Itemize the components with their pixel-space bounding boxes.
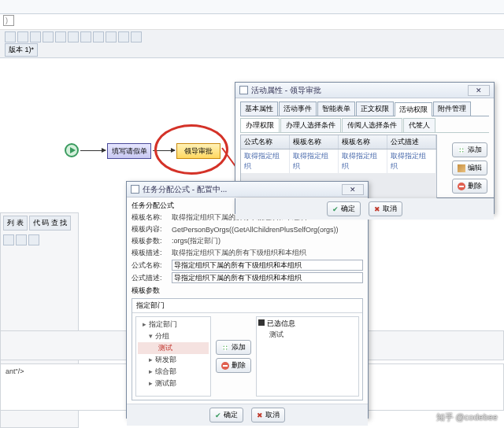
param-tabbox: 指定部门 ▸指定部门 ▾分组 测试 ▸研发部 ▸综合部 ▸测试部 添加 删除 已… bbox=[132, 298, 363, 400]
formula-name-input[interactable] bbox=[172, 260, 363, 271]
table-row[interactable]: 取得指定组织 取得指定组织 取得指定组织 取得指定组织 bbox=[241, 149, 436, 173]
tool-button[interactable] bbox=[30, 31, 41, 42]
org-tree[interactable]: ▸指定部门 ▾分组 测试 ▸研发部 ▸综合部 ▸测试部 bbox=[135, 316, 211, 397]
formula-desc-input[interactable] bbox=[172, 272, 363, 283]
flow-node-form[interactable]: 填写请假单 bbox=[107, 143, 151, 159]
close-icon[interactable]: ✕ bbox=[342, 184, 364, 195]
dialog-icon bbox=[131, 185, 139, 194]
square-icon bbox=[258, 319, 265, 326]
selected-list[interactable]: 已选信息 测试 bbox=[256, 316, 359, 397]
search-area bbox=[0, 14, 504, 30]
dialog1-footer-fragment: ✔确定 ✖取消 bbox=[235, 198, 495, 214]
subtab-handle-perm[interactable]: 办理权限 bbox=[240, 118, 280, 132]
tool-button[interactable] bbox=[80, 31, 91, 42]
label-formula-name: 公式名称: bbox=[132, 260, 169, 271]
tree-item[interactable]: ▸指定部门 bbox=[138, 319, 209, 330]
pencil-icon bbox=[458, 164, 465, 172]
check-icon: ✔ bbox=[332, 205, 339, 213]
tool-button[interactable] bbox=[131, 31, 142, 42]
tree-item[interactable]: ▾分组 bbox=[138, 330, 209, 342]
cross-icon: ✖ bbox=[257, 411, 263, 419]
subtab-signer[interactable]: 代签人 bbox=[403, 118, 435, 132]
cell: 取得指定组织 bbox=[241, 149, 290, 173]
cancel-button[interactable]: ✖取消 bbox=[251, 408, 285, 422]
tab-basic[interactable]: 基本属性 bbox=[240, 101, 278, 116]
tool-button[interactable] bbox=[17, 31, 28, 42]
tool-button[interactable] bbox=[68, 31, 79, 42]
flow-start-node[interactable] bbox=[65, 143, 79, 157]
watermark: 知乎 @codebee bbox=[436, 411, 498, 423]
selected-item[interactable]: 测试 bbox=[258, 329, 357, 341]
cell: 取得指定组织 bbox=[387, 149, 436, 173]
selected-heading: 已选信息 bbox=[258, 319, 357, 329]
label-template-name: 模板名称: bbox=[132, 212, 169, 223]
flow-edge bbox=[80, 150, 106, 151]
side-tool[interactable] bbox=[16, 234, 27, 245]
label-formula-desc: 公式描述: bbox=[132, 273, 169, 283]
cell: 取得指定组织 bbox=[339, 149, 387, 173]
tree-add-button[interactable]: 添加 bbox=[216, 340, 251, 355]
side-tab-code[interactable]: 代 码 查 找 bbox=[29, 216, 72, 231]
value-template-content: GetPersonByOrgs((GetAllChildrenPlusSelfO… bbox=[172, 226, 363, 234]
tree-item[interactable]: ▸研发部 bbox=[138, 354, 209, 366]
subtab-cc-cond[interactable]: 传阅人选择条件 bbox=[342, 118, 402, 132]
plus-icon bbox=[221, 344, 229, 352]
tree-item[interactable]: ▸综合部 bbox=[138, 366, 209, 378]
tree-delete-button[interactable]: 删除 bbox=[216, 358, 251, 373]
dialog-title: 任务分配公式 - 配置中... bbox=[143, 184, 227, 195]
dialog-title: 活动属性 - 领导审批 bbox=[251, 85, 321, 96]
tool-button[interactable] bbox=[106, 31, 117, 42]
tab-textperm[interactable]: 正文权限 bbox=[356, 101, 394, 116]
label-template-content: 模板内容: bbox=[132, 224, 169, 234]
delete-button[interactable]: 删除 bbox=[452, 179, 487, 194]
cancel-button[interactable]: ✖取消 bbox=[369, 201, 402, 216]
edit-button[interactable]: 编辑 bbox=[452, 160, 487, 175]
minus-icon bbox=[458, 183, 465, 190]
col-template-name2: 模板名称 bbox=[339, 135, 387, 149]
tool-button[interactable] bbox=[93, 31, 104, 42]
col-formula-name: 公式名称 bbox=[241, 135, 290, 149]
param-tab[interactable]: 指定部门 bbox=[132, 299, 362, 313]
cell: 取得指定组织 bbox=[290, 149, 339, 173]
tool-button[interactable] bbox=[43, 31, 54, 42]
tab-form[interactable]: 智能表单 bbox=[317, 101, 355, 116]
dialog-icon bbox=[239, 86, 248, 94]
label-template-param: 模板参数: bbox=[132, 236, 169, 246]
minus-icon bbox=[221, 362, 229, 370]
property-tabs: 基本属性 活动事件 智能表单 正文权限 活动权限 附件管理 bbox=[240, 101, 489, 116]
col-formula-desc: 公式描述 bbox=[387, 135, 436, 149]
ok-button[interactable]: ✔确定 bbox=[327, 201, 361, 216]
add-button[interactable]: 添加 bbox=[452, 142, 487, 157]
ok-button[interactable]: ✔确定 bbox=[209, 408, 243, 422]
close-icon[interactable]: ✕ bbox=[468, 85, 490, 96]
plus-icon bbox=[458, 146, 465, 154]
label-template-desc: 模板描述: bbox=[132, 248, 169, 258]
side-tool[interactable] bbox=[28, 234, 39, 245]
tab-activityperm[interactable]: 活动权限 bbox=[395, 102, 432, 116]
subtabs: 办理权限 办理人选择条件 传阅人选择条件 代签人 bbox=[240, 118, 489, 133]
search-input[interactable] bbox=[3, 15, 14, 26]
tree-item[interactable]: ▸测试部 bbox=[138, 378, 209, 389]
col-template-name: 模板名称 bbox=[290, 135, 339, 149]
value-template-param: :orgs(指定部门) bbox=[172, 236, 363, 246]
tool-button[interactable] bbox=[118, 31, 129, 42]
check-icon: ✔ bbox=[215, 411, 221, 419]
params-heading: 模板参数 bbox=[132, 286, 363, 296]
value-template-desc: 取得指定组织下属的所有下级组织和本组织 bbox=[172, 248, 363, 258]
toolbar: 版本 1)* bbox=[0, 30, 504, 58]
cross-icon: ✖ bbox=[374, 205, 380, 213]
subtab-handler-cond[interactable]: 办理人选择条件 bbox=[280, 118, 341, 132]
side-tab-list[interactable]: 列 表 bbox=[3, 216, 28, 231]
tab-events[interactable]: 活动事件 bbox=[279, 101, 317, 116]
tree-item-selected[interactable]: 测试 bbox=[138, 342, 209, 354]
tool-button[interactable] bbox=[55, 31, 66, 42]
tab-attachments[interactable]: 附件管理 bbox=[433, 101, 471, 116]
editor-tab[interactable]: 版本 1)* bbox=[5, 43, 38, 57]
app-titlebar bbox=[0, 0, 504, 14]
tool-button[interactable] bbox=[5, 31, 16, 42]
highlight-circle bbox=[154, 124, 228, 175]
side-tool[interactable] bbox=[3, 234, 14, 245]
